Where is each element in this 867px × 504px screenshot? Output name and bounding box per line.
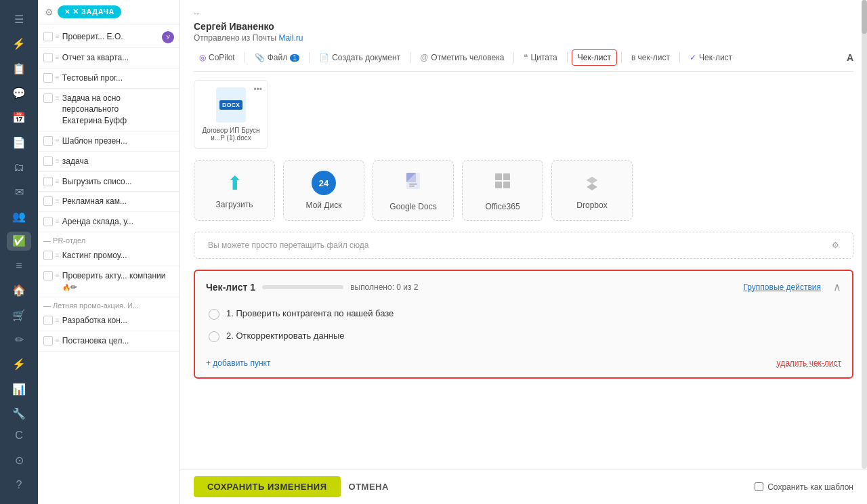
- sidebar-bolt-icon[interactable]: ⚡: [7, 355, 31, 374]
- drag-handle[interactable]: ≡: [56, 217, 60, 225]
- task-checkbox[interactable]: [43, 316, 53, 325]
- checklist-footer: + добавить пункт удалить чек-лист: [206, 353, 841, 368]
- drag-handle[interactable]: ≡: [56, 337, 60, 344]
- list-item[interactable]: ≡ Разработка кон...: [38, 311, 179, 331]
- drop-zone-gear-icon[interactable]: ⚙: [832, 240, 839, 250]
- task-checkbox[interactable]: [43, 177, 53, 186]
- task-checkbox[interactable]: [43, 136, 53, 146]
- list-item[interactable]: ≡ Постановка цел...: [38, 331, 179, 352]
- office365-button[interactable]: Office365: [462, 160, 543, 221]
- file-more-icon[interactable]: •••: [253, 85, 262, 94]
- sent-from-text: Отправлено из Почты: [194, 33, 276, 43]
- mydisk-label: Мой Диск: [306, 201, 342, 210]
- sidebar-chart-icon[interactable]: 📊: [7, 379, 31, 398]
- drag-handle[interactable]: ≡: [56, 251, 60, 259]
- svg-rect-5: [495, 173, 502, 180]
- drag-handle[interactable]: ≡: [56, 316, 60, 324]
- drag-handle[interactable]: ≡: [56, 54, 60, 61]
- list-item[interactable]: ≡ Тестовый прог...: [38, 68, 179, 89]
- drag-handle[interactable]: ≡: [56, 197, 60, 205]
- sidebar-people-icon[interactable]: 👥: [7, 207, 31, 226]
- task-checkbox[interactable]: [43, 336, 53, 345]
- drag-handle[interactable]: ≡: [56, 157, 60, 165]
- sidebar-list-icon[interactable]: 📋: [7, 59, 31, 78]
- drag-handle[interactable]: ≡: [56, 74, 60, 81]
- copilot-button[interactable]: ◎ CoPilot: [194, 50, 240, 65]
- sidebar-menu-icon[interactable]: ☰: [7, 9, 31, 28]
- mention-button[interactable]: @ Отметить человека: [415, 50, 509, 65]
- toolbar-sep-4: [513, 52, 514, 63]
- sidebar-chat-icon[interactable]: 💬: [7, 83, 31, 102]
- sidebar-task-icon[interactable]: ⚡: [7, 34, 31, 53]
- in-checklist-button[interactable]: в чек-лист: [626, 50, 675, 65]
- file-button[interactable]: 📎 Файл 1: [249, 50, 305, 65]
- font-size-btn[interactable]: A: [847, 52, 853, 63]
- list-item[interactable]: ≡ Рекламная кам...: [38, 192, 179, 212]
- task-checkbox[interactable]: [43, 271, 53, 280]
- task-checkbox[interactable]: [43, 217, 53, 226]
- task-checkbox[interactable]: [43, 251, 53, 260]
- task-checkbox[interactable]: [43, 53, 53, 62]
- drag-handle[interactable]: ≡: [56, 137, 60, 144]
- close-icon[interactable]: ✕: [64, 8, 70, 16]
- list-item[interactable]: ≡ Задача на осноперсональногоЕкатерина Б…: [38, 89, 179, 131]
- mention-label: Отметить человека: [431, 53, 504, 62]
- drop-zone-text: Вы можете просто перетащить файл сюда: [208, 240, 368, 250]
- collapse-icon[interactable]: ∧: [833, 280, 841, 293]
- group-actions-link[interactable]: Групповые действия: [744, 282, 822, 292]
- sidebar-circle-icon[interactable]: ⊙: [7, 450, 31, 469]
- checklist-radio-2[interactable]: [209, 331, 219, 342]
- upload-button[interactable]: ⬆ Загрузить: [194, 160, 275, 221]
- gear-icon[interactable]: ⚙: [45, 7, 54, 18]
- mydisk-button[interactable]: 24 Мой Диск: [283, 160, 364, 221]
- dropbox-button[interactable]: Dropbox: [551, 160, 633, 221]
- quote-button[interactable]: ❝ Цитата: [518, 50, 562, 65]
- sidebar-filter-icon[interactable]: ≡: [7, 256, 31, 275]
- task-detail-panel: -- Сергей Иваненко Отправлено из Почты M…: [180, 0, 867, 469]
- checklist-active-button[interactable]: Чек-лист: [572, 49, 617, 66]
- save-template-checkbox[interactable]: [755, 482, 763, 491]
- save-button[interactable]: СОХРАНИТЬ ИЗМЕНЕНИЯ: [194, 476, 341, 497]
- list-item[interactable]: ≡ Выгрузить списо...: [38, 172, 179, 192]
- cancel-button[interactable]: ОТМЕНА: [349, 482, 389, 492]
- task-badge[interactable]: ✕ ✕ ЗАДАЧА: [58, 5, 121, 18]
- file-icon-box: DOCX: [216, 87, 246, 123]
- sidebar-mail-icon[interactable]: ✉: [7, 182, 31, 201]
- sidebar-home-icon[interactable]: 🏠: [7, 280, 31, 299]
- create-doc-button[interactable]: 📄 Создать документ: [314, 50, 406, 65]
- file-card[interactable]: ••• DOCX Договор ИП Брусн и...Р (1).docx: [194, 80, 268, 149]
- list-item[interactable]: ≡ Аренда склада, у...: [38, 212, 179, 232]
- list-item[interactable]: ≡ Проверит... Е.О. У: [38, 27, 179, 48]
- sidebar-calendar-icon[interactable]: 📅: [7, 108, 31, 127]
- checklist-radio-1[interactable]: [209, 309, 219, 320]
- drag-handle[interactable]: ≡: [56, 272, 60, 279]
- sidebar-help-icon[interactable]: ?: [7, 476, 31, 495]
- list-item[interactable]: ≡ Кастинг промоу...: [38, 246, 179, 266]
- drag-handle[interactable]: ≡: [56, 94, 60, 102]
- drag-handle[interactable]: ≡: [56, 33, 60, 40]
- sidebar-folder-icon[interactable]: 🗂: [7, 157, 31, 176]
- sidebar-edit-icon[interactable]: ✏: [7, 330, 31, 349]
- task-checkbox[interactable]: [43, 196, 53, 206]
- sidebar-doc-icon[interactable]: 📄: [7, 133, 31, 152]
- list-item[interactable]: ≡ задача: [38, 152, 179, 172]
- task-checkbox[interactable]: [43, 93, 53, 103]
- list-item[interactable]: ≡ Проверить акту... компании 🔥✏: [38, 266, 179, 298]
- list-item[interactable]: ≡ Шаблон презен...: [38, 131, 179, 152]
- mail-link[interactable]: Mail.ru: [278, 33, 303, 43]
- detail-header: --: [194, 8, 853, 18]
- task-checkbox[interactable]: [43, 73, 53, 83]
- task-item-text: задача: [62, 156, 174, 167]
- sidebar-cart-icon[interactable]: 🛒: [7, 306, 31, 324]
- task-checkbox[interactable]: [43, 32, 53, 41]
- task-checkbox[interactable]: [43, 156, 53, 166]
- delete-checklist-button[interactable]: удалить чек-лист: [777, 358, 841, 368]
- sidebar-tools-icon[interactable]: 🔧: [7, 404, 31, 423]
- add-item-button[interactable]: + добавить пункт: [206, 358, 270, 368]
- sidebar-user-c-icon[interactable]: С: [7, 426, 31, 445]
- sidebar-check-icon[interactable]: ✅: [7, 232, 31, 251]
- list-item[interactable]: ≡ Отчет за кварта...: [38, 48, 179, 68]
- checklist2-button[interactable]: ✓ Чек-лист: [684, 50, 738, 65]
- gdocs-button[interactable]: Google Docs: [373, 160, 454, 221]
- drag-handle[interactable]: ≡: [56, 177, 60, 185]
